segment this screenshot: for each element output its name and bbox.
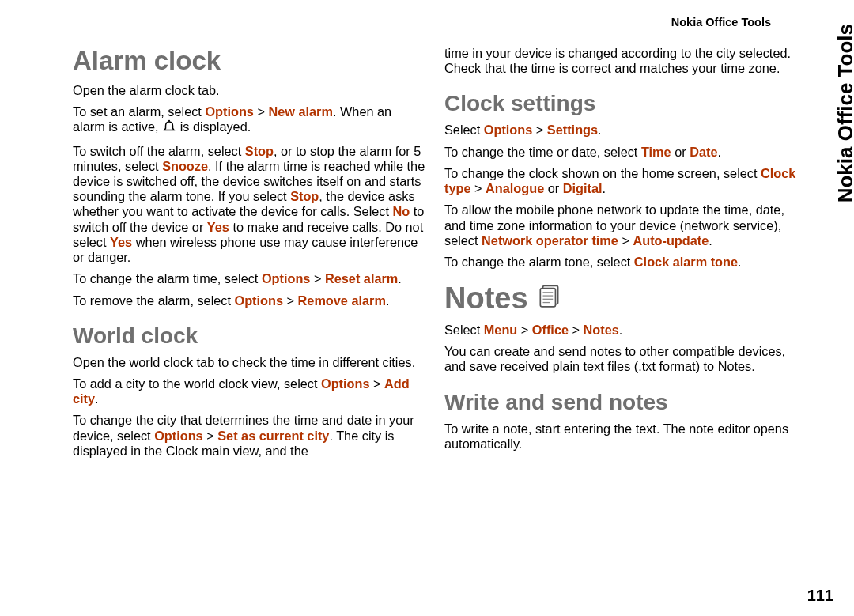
paragraph: To set an alarm, select Options > New al… [73,104,425,137]
paragraph: To change the city that determines the t… [73,413,425,459]
text: > [283,293,298,308]
keyword-options: Options [262,271,311,285]
paragraph: Open the alarm clock tab. [73,83,425,98]
text: or [671,145,690,159]
text: To change the alarm time, select [73,271,262,285]
right-column: time in your device is changed according… [444,46,797,465]
text: . [95,391,99,406]
paragraph: To change the time or date, select Time … [444,145,797,160]
heading-notes-label: Notes [444,281,528,316]
text: > [618,233,633,248]
text: Select [444,323,484,337]
paragraph: To add a city to the world clock view, s… [73,376,425,406]
keyword-options: Options [484,123,533,137]
text: > [532,123,547,137]
text: . [717,145,721,159]
text: > [470,181,486,195]
text: > [203,429,218,443]
text: . [598,123,602,137]
text: Select [444,123,484,137]
keyword-digital: Digital [563,181,603,195]
paragraph: To change the clock shown on the home sc… [444,166,797,196]
left-column: Alarm clock Open the alarm clock tab. To… [73,46,425,465]
text: To remove the alarm, select [73,293,235,308]
text: To add a city to the world clock view, s… [73,376,321,391]
keyword-options: Options [235,293,284,308]
keyword-options: Options [205,104,254,119]
side-tab: Nokia Office Tools [833,24,854,202]
paragraph: You can create and send notes to other c… [444,344,797,374]
keyword-yes: Yes [110,235,132,249]
text: > [310,271,325,285]
keyword-date: Date [690,145,717,159]
text: > [254,104,269,119]
text: > [370,376,385,391]
svg-point-0 [168,120,170,122]
keyword-menu: Menu [484,323,518,337]
text: To set an alarm, select [73,104,205,119]
content-columns: Alarm clock Open the alarm clock tab. To… [73,46,807,465]
keyword-time: Time [641,145,671,159]
text: To change the alarm tone, select [444,255,634,269]
keyword-network-operator-time: Network operator time [482,233,618,248]
keyword-set-as-current-city: Set as current city [217,429,329,443]
keyword-notes: Notes [584,323,619,337]
keyword-options: Options [321,376,370,391]
alarm-active-icon [162,119,176,137]
paragraph: To remove the alarm, select Options > Re… [73,293,425,308]
text: To change the time or date, select [444,145,641,159]
paragraph: Open the world clock tab to check the ti… [73,355,425,370]
keyword-reset-alarm: Reset alarm [325,271,398,285]
text: . [398,271,402,285]
page-number: 111 [807,587,833,605]
text: To change the clock shown on the home sc… [444,166,761,180]
keyword-stop: Stop [245,144,274,158]
keyword-remove-alarm: Remove alarm [298,293,386,308]
text: . [738,255,742,269]
keyword-stop: Stop [290,189,319,203]
paragraph: time in your device is changed according… [444,46,797,76]
text: . [386,293,390,308]
page: Nokia Office Tools Nokia Office Tools 11… [0,0,854,616]
text: or [544,181,563,195]
keyword-snooze: Snooze [162,159,208,173]
paragraph: To switch off the alarm, select Stop, or… [73,144,425,266]
heading-write-and-send-notes: Write and send notes [444,389,797,415]
heading-notes: Notes [444,281,797,316]
keyword-options: Options [154,429,203,443]
heading-alarm-clock: Alarm clock [73,46,425,77]
text: . [709,233,712,248]
keyword-yes: Yes [207,220,229,234]
keyword-no: No [393,204,410,218]
text: > [569,323,584,337]
keyword-analogue: Analogue [486,181,544,195]
text: . [603,181,606,195]
text: . [619,323,623,337]
keyword-auto-update: Auto-update [633,233,709,248]
heading-world-clock: World clock [73,323,425,349]
text: is displayed. [176,120,251,134]
keyword-clock-alarm-tone: Clock alarm tone [634,255,738,269]
keyword-office: Office [532,323,569,337]
notes-icon [536,281,563,316]
text: To switch off the alarm, select [73,144,245,158]
paragraph: To change the alarm tone, select Clock a… [444,255,797,270]
keyword-settings: Settings [547,123,598,137]
paragraph: To allow the mobile phone network to upd… [444,202,797,248]
paragraph: Select Menu > Office > Notes. [444,323,797,338]
svg-rect-2 [540,289,555,307]
text: > [517,323,532,337]
running-header: Nokia Office Tools [671,16,771,28]
heading-clock-settings: Clock settings [444,90,797,116]
paragraph: To write a note, start entering the text… [444,421,797,452]
paragraph: To change the alarm time, select Options… [73,271,425,286]
keyword-new-alarm: New alarm [268,104,332,119]
paragraph: Select Options > Settings. [444,123,797,138]
